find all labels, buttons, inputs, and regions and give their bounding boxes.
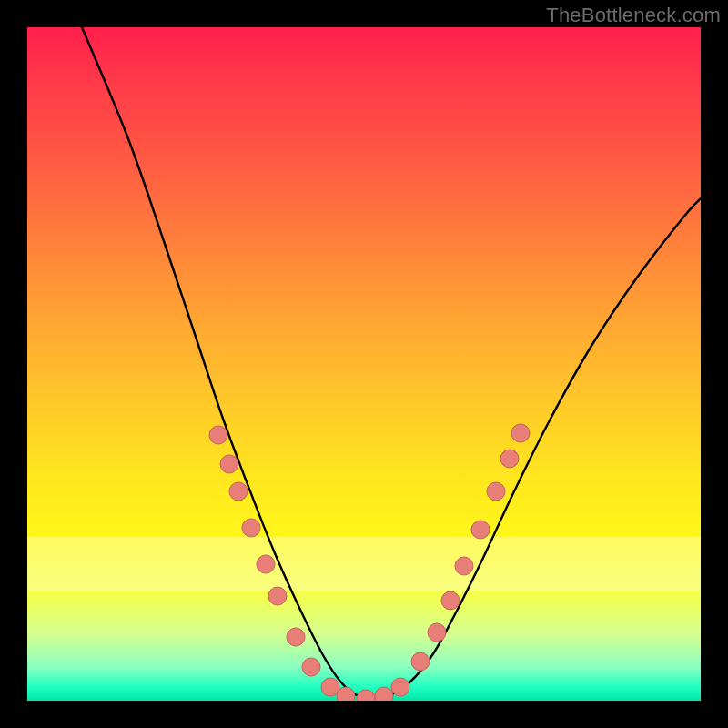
curve-dot xyxy=(471,521,490,539)
bottleneck-curve xyxy=(82,27,701,698)
curve-dot xyxy=(500,450,519,468)
chart-svg xyxy=(27,27,701,701)
curve-dot xyxy=(220,455,238,473)
curve-dot xyxy=(375,687,393,701)
curve-dot xyxy=(357,690,375,701)
curve-dot xyxy=(441,592,460,610)
highlight-band xyxy=(27,537,701,592)
chart-frame: TheBottleneck.com xyxy=(0,0,728,728)
curve-dot xyxy=(229,482,248,500)
curve-dot xyxy=(321,678,339,696)
curve-dot xyxy=(302,658,320,676)
curve-dot xyxy=(287,628,305,646)
curve-dot xyxy=(428,623,446,642)
curve-dot xyxy=(487,482,505,500)
curve-dot xyxy=(209,426,228,444)
curve-dot xyxy=(411,652,430,671)
curve-dot xyxy=(242,519,260,537)
curve-dot xyxy=(391,678,410,696)
curve-dot xyxy=(337,687,355,701)
watermark-text: TheBottleneck.com xyxy=(546,4,721,27)
curve-dot xyxy=(511,424,530,442)
chart-plot-area xyxy=(27,27,701,701)
